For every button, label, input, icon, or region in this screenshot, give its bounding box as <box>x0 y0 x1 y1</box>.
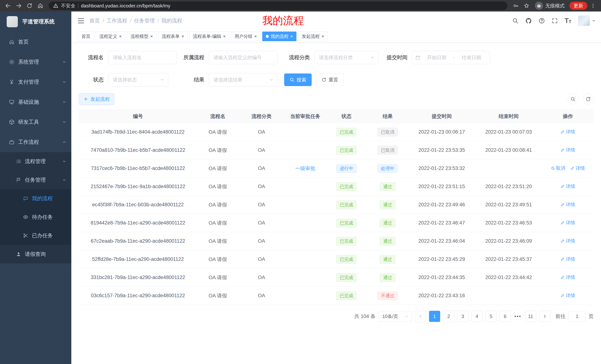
sidebar-item-system[interactable]: 系统管理 <box>0 52 71 72</box>
total-count: 共 104 条 <box>354 313 376 320</box>
sidebar-item-home[interactable]: 首页 <box>0 32 71 52</box>
chevron-down-icon <box>62 159 67 164</box>
sidebar-item-leave-query[interactable]: 请假查询 <box>0 245 71 263</box>
chevron-down-icon <box>62 120 67 124</box>
search-button[interactable]: 搜索 <box>284 74 312 86</box>
detail-link[interactable]: 详情 <box>561 220 575 226</box>
chevron-down-icon <box>62 60 67 64</box>
close-icon[interactable]: × <box>254 34 257 38</box>
col-result: 结果 <box>367 110 408 123</box>
next-page-button[interactable] <box>539 311 550 322</box>
breadcrumb: 首页 / 工作流程 / 任务管理 / 我的流程 <box>90 17 182 24</box>
detail-link[interactable]: 详情 <box>561 201 575 208</box>
app-logo[interactable]: 芋道管理系统 <box>0 11 71 32</box>
detail-link[interactable]: 详情 <box>561 256 575 262</box>
breadcrumb-item[interactable]: 首页 <box>90 17 100 24</box>
page-button[interactable]: 5 <box>485 311 497 322</box>
search-icon[interactable] <box>512 18 519 24</box>
page-button-last[interactable]: 11 <box>525 311 536 322</box>
sidebar-item-my-process[interactable]: 我的流程 <box>0 189 71 208</box>
detail-link[interactable]: 详情 <box>561 129 575 135</box>
update-button[interactable]: 更新 <box>570 2 587 10</box>
tab-process-form[interactable]: 流程表单× <box>158 31 188 41</box>
goto-page-input[interactable] <box>569 311 586 322</box>
task-link[interactable]: 一级审批 <box>295 166 315 171</box>
detail-link[interactable]: 详情 <box>561 292 575 298</box>
tab-home[interactable]: 首页 <box>78 31 94 41</box>
prev-page-button[interactable] <box>415 311 426 322</box>
detail-link[interactable]: 详情 <box>561 274 575 280</box>
close-icon[interactable]: × <box>321 34 324 38</box>
pencil-icon <box>561 294 565 297</box>
detail-link[interactable]: 详情 <box>561 183 575 189</box>
status-badge: 已完成 <box>336 273 357 282</box>
result-badge: 通过 <box>380 200 396 209</box>
sidebar-item-workflow[interactable]: 工作流程 <box>0 132 71 152</box>
page-button[interactable]: 6 <box>500 311 511 322</box>
user-menu[interactable] <box>578 16 596 26</box>
page-button[interactable]: 3 <box>457 311 468 322</box>
breadcrumb-item[interactable]: 任务管理 <box>134 17 155 24</box>
sidebar-item-todo-tasks[interactable]: 待办任务 <box>0 208 71 226</box>
sidebar-toggle-icon[interactable] <box>76 16 86 26</box>
sidebar-item-task-mgmt[interactable]: 任务管理 <box>0 171 71 189</box>
detail-link[interactable]: 详情 <box>561 147 575 153</box>
detail-link[interactable]: 详情 <box>570 165 585 171</box>
browser-menu-icon[interactable] <box>588 1 598 11</box>
github-icon[interactable] <box>525 18 532 24</box>
page-button[interactable]: 2 <box>443 311 454 322</box>
category-select[interactable]: 请选择流程分类 <box>314 51 379 64</box>
reset-button[interactable]: 重置 <box>316 74 344 86</box>
result-select[interactable]: 请选择流结果 <box>209 73 278 86</box>
sidebar-item-payment[interactable]: 支付管理 <box>0 72 71 92</box>
cancel-link[interactable]: 取消 <box>551 165 565 171</box>
font-size-icon[interactable]: TT <box>565 18 571 24</box>
tab-user-group[interactable]: 用户分组× <box>231 31 260 41</box>
toggle-search-button[interactable] <box>568 94 578 105</box>
breadcrumb-item[interactable]: 工作流程 <box>107 17 127 24</box>
home-button[interactable] <box>35 1 45 11</box>
reload-button[interactable] <box>25 1 35 11</box>
process-name-input[interactable] <box>108 51 176 64</box>
address-bar[interactable]: 不安全 dashboard.yudao.iocoder.cn/bpm/task/… <box>49 1 507 10</box>
close-icon[interactable]: × <box>150 34 153 38</box>
result-badge: 通过 <box>380 237 396 246</box>
pencil-icon <box>561 148 565 152</box>
tab-my-process[interactable]: 我的流程× <box>262 31 296 41</box>
bookmark-star-icon[interactable] <box>521 1 531 11</box>
tab-process-form-edit[interactable]: 流程表单-编辑× <box>190 31 229 41</box>
close-icon[interactable]: × <box>290 34 293 38</box>
tab-start-process[interactable]: 发起流程× <box>298 31 328 41</box>
tab-process-model[interactable]: 流程模型× <box>127 31 156 41</box>
close-icon[interactable]: × <box>223 34 226 38</box>
back-button[interactable] <box>3 1 13 11</box>
sidebar-item-devtools[interactable]: 研发工具 <box>0 112 71 132</box>
sidebar-item-done-tasks[interactable]: 已办任务 <box>0 226 71 245</box>
sidebar-item-infra[interactable]: 基础设施 <box>0 92 71 112</box>
chevron-down-icon <box>160 77 164 82</box>
page-button[interactable]: 1 <box>429 311 440 322</box>
page-size-select[interactable]: 10条/页 <box>379 311 412 322</box>
process-def-input[interactable] <box>209 51 278 64</box>
password-key-icon[interactable] <box>511 1 521 11</box>
detail-link[interactable]: 详情 <box>561 238 575 244</box>
tab-process-definition[interactable]: 流程定义× <box>96 31 125 41</box>
chevron-up-icon <box>62 178 67 182</box>
refresh-table-button[interactable] <box>583 94 594 105</box>
result-badge: 处理中 <box>377 164 398 173</box>
close-icon[interactable]: × <box>181 34 184 38</box>
more-pages-icon[interactable]: ••• <box>514 314 522 319</box>
start-process-button[interactable]: 发起流程 <box>79 93 114 105</box>
fullscreen-icon[interactable] <box>551 18 558 24</box>
help-icon[interactable] <box>539 18 545 24</box>
date-end-placeholder: 结束日期 <box>456 54 486 61</box>
close-icon[interactable]: × <box>119 34 122 38</box>
chevron-down-icon <box>269 77 274 82</box>
page-button[interactable]: 4 <box>471 311 482 322</box>
forward-button[interactable] <box>14 1 24 11</box>
status-select[interactable]: 请选择状态 <box>108 73 168 86</box>
gear-icon <box>9 59 14 65</box>
sidebar-item-process-mgmt[interactable]: 流程管理 <box>0 152 71 171</box>
submit-time-range[interactable]: 开始日期 - 结束日期 <box>412 51 490 64</box>
status-badge: 已完成 <box>336 128 357 136</box>
